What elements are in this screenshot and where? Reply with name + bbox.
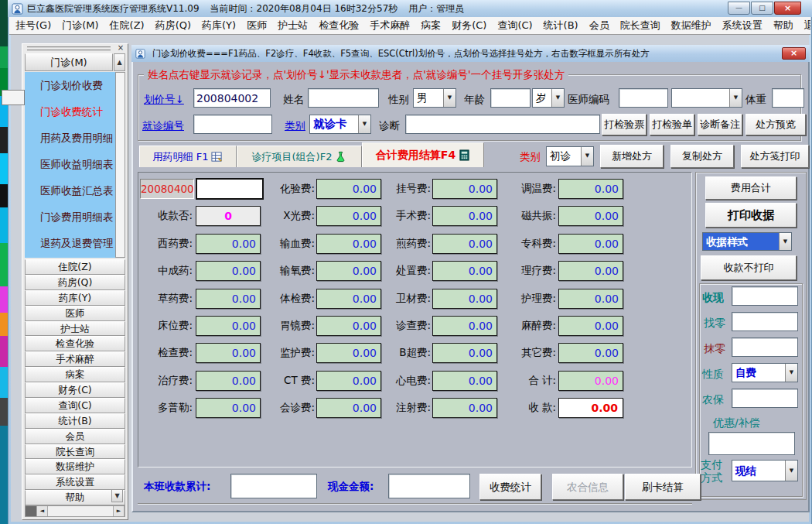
menu-item-2[interactable]: 住院(Z) — [110, 19, 145, 33]
sidebar-item-4[interactable]: 医师收益汇总表 — [25, 177, 115, 204]
fee-value-field[interactable]: 0.00 — [558, 234, 623, 254]
name-input[interactable] — [308, 88, 379, 108]
price-number-link[interactable]: 划价号↓ — [144, 93, 184, 107]
menu-item-7[interactable]: 检查化验 — [319, 19, 359, 33]
form-button-3[interactable]: 处方预览 — [745, 114, 806, 135]
bottom-button-2[interactable]: 刷卡结算 — [625, 474, 701, 500]
visit-number-input[interactable] — [193, 115, 272, 134]
sidebar-horizontal-scrollbar[interactable]: ◄ ► — [25, 505, 125, 517]
paid-flag-field[interactable]: 0 — [196, 206, 261, 226]
receipt-style-select[interactable]: 收据样式 ▼ — [702, 232, 792, 251]
sidebar-section-5[interactable]: 检查化验 — [25, 336, 125, 351]
collected-field[interactable]: 0.00 — [558, 398, 623, 418]
sidebar-header-outpatient[interactable]: 门诊(M) — [25, 53, 113, 71]
sidebar-item-1[interactable]: 门诊收费统计 — [25, 98, 115, 125]
close-button[interactable]: × — [774, 2, 801, 15]
sidebar-close-icon[interactable]: × — [116, 43, 125, 53]
bottom-button-0[interactable]: 收费统计 — [479, 474, 541, 500]
sidebar-item-0[interactable]: 门诊划价收费 — [25, 72, 115, 98]
menu-item-1[interactable]: 门诊(M) — [62, 19, 98, 33]
sidebar-section-2[interactable]: 药库(Y) — [25, 290, 125, 306]
fee-value-field[interactable]: 0.00 — [316, 343, 381, 363]
sidebar-item-3[interactable]: 医师收益明细表 — [25, 151, 115, 177]
chevron-down-icon[interactable]: ▼ — [443, 89, 455, 107]
fee-value-field[interactable]: 0.00 — [432, 371, 497, 391]
menu-item-11[interactable]: 查询(C) — [497, 19, 532, 33]
receipt-blank-input[interactable] — [196, 178, 264, 200]
sidebar-section-8[interactable]: 财务(C) — [25, 382, 125, 398]
fee-value-field[interactable]: 0.00 — [316, 234, 381, 254]
scrollbar-thumb[interactable] — [26, 506, 36, 516]
fee-value-field[interactable]: 0.00 — [558, 179, 623, 199]
chevron-down-icon[interactable]: ▼ — [358, 115, 370, 133]
fee-value-field[interactable]: 0.00 — [432, 179, 497, 199]
payment-method-select[interactable]: 现结 ▼ — [732, 460, 798, 481]
fee-value-field[interactable]: 0.00 — [316, 261, 381, 281]
sidebar-section-14[interactable]: 系统设置 — [25, 474, 125, 490]
form-button-2[interactable]: 诊断备注 — [698, 114, 742, 135]
card-type-select[interactable]: 就诊卡 ▼ — [309, 115, 371, 134]
sidebar-section-13[interactable]: 数据维护 — [25, 459, 125, 474]
fee-value-field[interactable]: 0.00 — [558, 343, 623, 363]
menu-item-3[interactable]: 药房(Q) — [155, 19, 191, 33]
maximize-button[interactable]: □ — [751, 2, 773, 15]
chevron-down-icon[interactable]: ▼ — [785, 364, 797, 382]
print-receipt-button[interactable]: 打印收据 — [705, 203, 797, 228]
fee-value-field[interactable]: 0.00 — [432, 206, 497, 226]
change-input[interactable] — [732, 312, 798, 331]
age-unit-select[interactable]: 岁 ▼ — [532, 88, 565, 108]
sidebar-section-11[interactable]: 会员 — [25, 429, 125, 444]
scroll-left-icon[interactable]: ◄ — [36, 506, 48, 516]
sidebar-item-5[interactable]: 门诊费用明细表 — [25, 204, 115, 230]
fee-value-field[interactable]: 0.00 — [196, 261, 261, 281]
sidebar-section-7[interactable]: 病案 — [25, 367, 125, 382]
fee-value-field[interactable]: 0.00 — [196, 343, 261, 363]
form-button-1[interactable]: 打检验单 — [650, 114, 694, 135]
fee-value-field[interactable]: 0.00 — [316, 179, 381, 199]
chevron-down-icon[interactable]: ▼ — [581, 147, 593, 166]
sidebar-item-6[interactable]: 退药及退费管理 — [25, 230, 115, 256]
menu-item-16[interactable]: 系统设置 — [722, 19, 763, 33]
sidebar-section-6[interactable]: 手术麻醉 — [25, 351, 125, 367]
sidebar-scroll-down-icon[interactable]: ▼ — [111, 489, 123, 502]
fee-value-field[interactable]: 0.00 — [196, 289, 261, 309]
fee-value-field[interactable]: 0.00 — [316, 398, 381, 418]
visit-number-link[interactable]: 就诊编号 — [142, 119, 184, 133]
fee-value-field[interactable]: 0.00 — [558, 206, 623, 226]
sidebar-scrollbar[interactable] — [115, 72, 125, 258]
doctor-select[interactable]: ▼ — [671, 88, 742, 108]
weight-input[interactable] — [772, 88, 804, 108]
sidebar-gripper[interactable] — [27, 46, 111, 51]
sidebar-section-4[interactable]: 护士站 — [25, 321, 125, 337]
price-number-input[interactable] — [193, 88, 271, 108]
diagnosis-input[interactable] — [405, 115, 600, 134]
chevron-down-icon[interactable]: ▼ — [779, 233, 791, 250]
scrollbar-track[interactable] — [48, 506, 113, 516]
collect-no-print-button[interactable]: 收款不打印 — [701, 255, 797, 280]
menu-item-9[interactable]: 病案 — [421, 19, 441, 33]
fee-value-field[interactable]: 0.00 — [316, 316, 381, 336]
fee-total-button[interactable]: 费用合计 — [705, 176, 797, 200]
prescription-button-0[interactable]: 新增处方 — [600, 145, 664, 168]
sidebar-scroll-up-icon[interactable]: ▲ — [114, 53, 125, 71]
cash-received-input[interactable] — [732, 286, 798, 306]
tab-treatment-items[interactable]: 诊疗项目(组合)F2 — [237, 146, 362, 167]
age-input[interactable] — [490, 88, 531, 108]
sidebar-section-12[interactable]: 院长查询 — [25, 444, 125, 460]
sidebar-section-3[interactable]: 医师 — [25, 306, 125, 321]
prescription-button-2[interactable]: 处方笺打印 — [741, 145, 809, 168]
child-close-button[interactable]: × — [782, 47, 806, 60]
prescription-button-1[interactable]: 复制处方 — [670, 145, 734, 168]
minimize-button[interactable]: — — [728, 2, 750, 15]
cash-amount-input[interactable] — [388, 474, 470, 498]
sidebar-item-2[interactable]: 用药及费用明细 — [25, 125, 115, 151]
gender-select[interactable]: 男 ▼ — [413, 88, 456, 108]
menu-item-12[interactable]: 统计(B) — [544, 19, 578, 33]
menu-item-6[interactable]: 护士站 — [278, 19, 308, 33]
fee-value-field[interactable]: 0.00 — [432, 398, 497, 418]
sidebar-section-9[interactable]: 查询(C) — [25, 398, 125, 413]
fee-value-field[interactable]: 0.00 — [316, 206, 381, 226]
fee-value-field[interactable]: 0.00 — [316, 289, 381, 309]
fee-value-field[interactable]: 0.00 — [196, 316, 261, 336]
sidebar-section-10[interactable]: 统计(B) — [25, 413, 125, 429]
